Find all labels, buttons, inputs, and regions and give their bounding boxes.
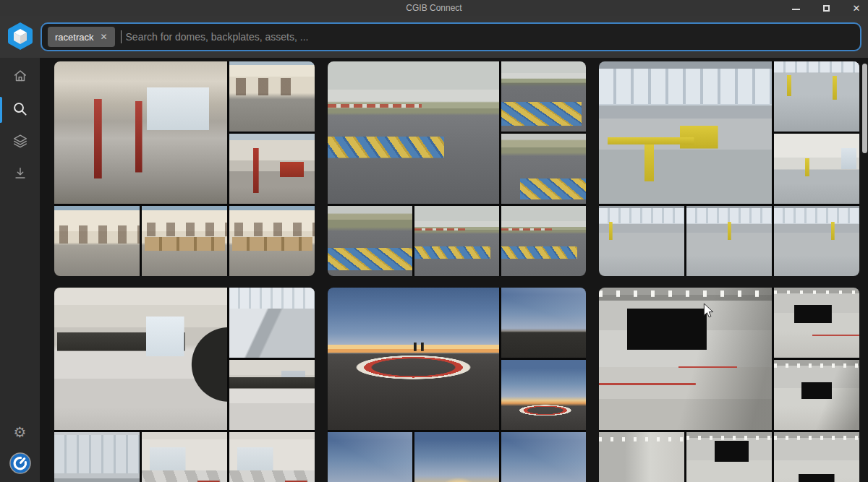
- layers-icon: [12, 133, 28, 152]
- thumb-small: [501, 360, 586, 430]
- window-title: CGIB Connect: [0, 0, 868, 16]
- thumb-small: [774, 134, 859, 204]
- header: racetrack ✕: [0, 16, 868, 58]
- results-grid: [40, 58, 868, 482]
- search-tag-label: racetrack: [55, 32, 93, 43]
- thumb-main: [599, 61, 772, 204]
- thumb-small: [328, 206, 412, 276]
- thumb-small: [229, 432, 315, 482]
- power-logo-icon: [9, 452, 31, 477]
- app-window: CGIB Connect ✕ racetrack ✕: [0, 0, 868, 482]
- maximize-button[interactable]: [820, 1, 832, 14]
- search-icon: [12, 100, 28, 120]
- search-tag-chip: racetrack ✕: [48, 27, 115, 47]
- thumb-small: [501, 134, 586, 204]
- minimize-button[interactable]: [790, 1, 801, 14]
- thumb-main: [54, 288, 227, 430]
- sidebar-item-search[interactable]: [12, 101, 29, 119]
- thumb-small: [414, 206, 499, 276]
- thumb-main: [54, 61, 227, 204]
- collection-tile-auto-shop-garage[interactable]: [54, 61, 315, 276]
- thumb-small: [229, 288, 315, 358]
- thumb-small: [774, 288, 859, 358]
- collection-tile-tire-warehouse[interactable]: [54, 288, 315, 482]
- collection-tile-kart-track-sunset[interactable]: [328, 288, 586, 482]
- thumb-small: [414, 432, 499, 482]
- window-controls: ✕: [790, 0, 862, 16]
- collection-tile-racetrack-curbs[interactable]: [328, 61, 586, 276]
- thumb-small: [328, 432, 412, 482]
- thumb-small: [774, 206, 859, 276]
- thumb-small: [54, 432, 140, 482]
- text-caret: [121, 30, 122, 43]
- sidebar-item-downloads[interactable]: [12, 166, 29, 184]
- sidebar-item-home[interactable]: [12, 69, 29, 86]
- thumb-small: [142, 206, 227, 276]
- thumb-small: [501, 288, 586, 358]
- thumb-small: [774, 432, 859, 482]
- thumb-small: [229, 360, 315, 430]
- thumb-small: [501, 206, 586, 276]
- download-icon: [12, 165, 28, 184]
- home-icon: [12, 68, 28, 87]
- collection-tile-concrete-tunnel[interactable]: [599, 288, 859, 482]
- sidebar: ⚙: [0, 58, 40, 482]
- thumb-small: [54, 206, 140, 276]
- scrollbar-thumb[interactable]: [862, 64, 867, 153]
- search-input[interactable]: [124, 30, 854, 43]
- thumb-small: [501, 61, 586, 132]
- thumb-main: [328, 61, 499, 204]
- thumb-small: [229, 134, 315, 204]
- thumb-small: [229, 206, 315, 276]
- thumb-small: [774, 360, 859, 430]
- thumb-main: [328, 288, 499, 430]
- maximize-icon: [823, 5, 830, 12]
- thumb-small: [686, 206, 772, 276]
- thumb-main: [599, 288, 772, 430]
- collection-tile-aircraft-hangar[interactable]: [599, 61, 859, 276]
- thumb-small: [686, 432, 772, 482]
- thumb-small: [229, 61, 315, 132]
- gear-icon: ⚙: [14, 425, 27, 439]
- titlebar: CGIB Connect ✕: [0, 0, 868, 16]
- app-logo-icon: [7, 22, 34, 51]
- thumb-small: [142, 432, 227, 482]
- sidebar-item-settings[interactable]: ⚙: [12, 423, 29, 441]
- remove-tag-icon[interactable]: ✕: [100, 32, 107, 42]
- thumb-small: [501, 432, 586, 482]
- active-tab-indicator: [0, 97, 2, 123]
- thumb-small: [599, 432, 684, 482]
- thumb-small: [599, 206, 684, 276]
- minimize-icon: [792, 9, 800, 10]
- close-button[interactable]: ✕: [851, 1, 862, 14]
- sidebar-item-assets[interactable]: [12, 134, 29, 151]
- search-box[interactable]: racetrack ✕: [41, 22, 861, 51]
- thumb-small: [774, 61, 859, 132]
- sidebar-item-account[interactable]: [12, 456, 29, 473]
